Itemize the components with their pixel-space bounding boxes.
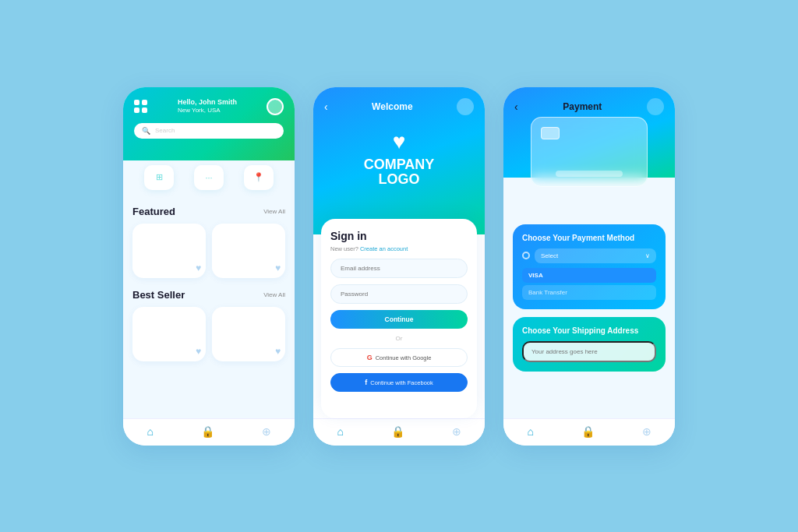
company-name-line1: COMPANY bbox=[364, 157, 435, 172]
password-input[interactable] bbox=[330, 284, 468, 304]
card-number-bar bbox=[556, 171, 623, 177]
user-info: Hello, John Smith New York, USA bbox=[178, 98, 237, 115]
nav-home-icon[interactable]: ⌂ bbox=[527, 425, 533, 438]
signin-toprow: ‹ Welcome bbox=[324, 98, 474, 115]
bestseller-card-2[interactable]: ♥ bbox=[212, 307, 285, 361]
nav-lock-icon[interactable]: 🔒 bbox=[391, 425, 404, 438]
heart-logo-icon: ♥ bbox=[324, 129, 474, 154]
heart-icon[interactable]: ♥ bbox=[196, 262, 201, 273]
chevron-down-icon: ∨ bbox=[645, 252, 650, 259]
payment-method-card: Choose Your Payment Method Select ∨ VISA… bbox=[513, 224, 666, 309]
phone-signin: ‹ Welcome ♥ COMPANY LOGO Sign in New use… bbox=[313, 87, 485, 446]
bestseller-title: Best Seller bbox=[132, 289, 185, 301]
featured-title: Featured bbox=[132, 206, 175, 217]
google-signin-button[interactable]: G Continue with Google bbox=[330, 348, 468, 367]
heart-icon[interactable]: ♥ bbox=[275, 262, 281, 273]
new-user-text: New user? Create an account bbox=[330, 245, 468, 252]
or-divider: Or bbox=[330, 335, 468, 342]
payment-toprow: ‹ Payment bbox=[514, 98, 664, 115]
featured-section-header: Featured View All bbox=[132, 206, 285, 217]
bestseller-view-all[interactable]: View All bbox=[263, 291, 285, 298]
payment-select-box[interactable]: Select ∨ bbox=[535, 248, 656, 263]
visa-option[interactable]: VISA bbox=[522, 268, 656, 283]
payment-title: Payment bbox=[518, 101, 647, 112]
user-location: New York, USA bbox=[178, 107, 237, 115]
featured-view-all[interactable]: View All bbox=[263, 208, 285, 215]
quick-icon-grid[interactable]: ⊞ bbox=[144, 165, 174, 190]
company-logo-text: COMPANY LOGO bbox=[324, 157, 474, 188]
home-bottom-nav: ⌂ 🔒 ⊕ bbox=[123, 418, 295, 446]
heart-icon[interactable]: ♥ bbox=[275, 346, 281, 357]
nav-lock-icon[interactable]: 🔒 bbox=[581, 425, 595, 438]
nav-lock-icon[interactable]: 🔒 bbox=[201, 425, 214, 438]
payment-select-row: Select ∨ bbox=[522, 248, 656, 263]
nav-home-icon[interactable]: ⌂ bbox=[337, 425, 343, 438]
home-toprow: Hello, John Smith New York, USA bbox=[134, 98, 284, 115]
phone-payment: ‹ Payment Choose Your Payment Method Sel… bbox=[503, 87, 675, 446]
payment-body: Choose Your Payment Method Select ∨ VISA… bbox=[503, 178, 675, 418]
avatar[interactable] bbox=[267, 98, 284, 115]
signin-form: Sign in New user? Create an account Cont… bbox=[321, 219, 477, 417]
bank-transfer-option[interactable]: Bank Transfer bbox=[522, 285, 656, 300]
menu-icon[interactable] bbox=[134, 100, 148, 114]
continue-button[interactable]: Continue bbox=[330, 310, 468, 329]
shipping-title: Choose Your Shipping Address bbox=[522, 326, 656, 335]
featured-card-2[interactable]: ♥ bbox=[212, 224, 285, 278]
search-icon: 🔍 bbox=[142, 127, 150, 135]
create-account-link[interactable]: Create an account bbox=[360, 245, 408, 252]
user-name: Hello, John Smith bbox=[178, 98, 237, 107]
back-arrow-icon[interactable]: ‹ bbox=[324, 100, 328, 113]
signin-heading: Sign in bbox=[330, 230, 468, 242]
credit-card bbox=[531, 117, 648, 187]
home-body: Featured View All ♥ ♥ Best Seller View A… bbox=[123, 198, 295, 418]
search-placeholder: Search bbox=[155, 127, 175, 134]
radio-button[interactable] bbox=[522, 252, 530, 259]
payment-method-title: Choose Your Payment Method bbox=[522, 234, 656, 242]
facebook-signin-button[interactable]: f Continue with Facebook bbox=[330, 373, 468, 392]
nav-home-icon[interactable]: ⌂ bbox=[147, 425, 153, 438]
facebook-icon: f bbox=[365, 379, 367, 386]
google-icon: G bbox=[367, 354, 373, 361]
address-input[interactable] bbox=[522, 341, 656, 362]
welcome-title: Welcome bbox=[372, 101, 412, 112]
featured-card-1[interactable]: ♥ bbox=[132, 224, 206, 278]
quick-icon-chat[interactable]: ··· bbox=[194, 165, 224, 190]
featured-cards: ♥ ♥ bbox=[132, 224, 285, 278]
nav-plus-icon[interactable]: ⊕ bbox=[262, 425, 271, 438]
search-bar[interactable]: 🔍 Search bbox=[134, 123, 284, 139]
signin-header: ‹ Welcome ♥ COMPANY LOGO bbox=[313, 87, 485, 235]
avatar-circle bbox=[647, 98, 664, 115]
phone-home: Hello, John Smith New York, USA 🔍 Search… bbox=[123, 87, 295, 446]
nav-plus-icon[interactable]: ⊕ bbox=[642, 425, 651, 438]
nav-plus-icon[interactable]: ⊕ bbox=[452, 425, 461, 438]
heart-icon[interactable]: ♥ bbox=[196, 346, 201, 357]
email-input[interactable] bbox=[330, 259, 468, 278]
avatar-circle bbox=[457, 98, 474, 115]
card-chip-icon bbox=[541, 127, 560, 139]
bestseller-section-header: Best Seller View All bbox=[132, 289, 285, 301]
bestseller-card-1[interactable]: ♥ bbox=[132, 307, 206, 361]
bestseller-cards: ♥ ♥ bbox=[132, 307, 285, 361]
select-placeholder: Select bbox=[541, 252, 558, 259]
home-header: Hello, John Smith New York, USA 🔍 Search bbox=[123, 87, 295, 160]
payment-bottom-nav: ⌂ 🔒 ⊕ bbox=[503, 418, 675, 446]
signin-bottom-nav: ⌂ 🔒 ⊕ bbox=[313, 418, 485, 446]
shipping-address-card: Choose Your Shipping Address bbox=[513, 317, 666, 372]
quick-icon-location[interactable]: 📍 bbox=[244, 165, 274, 190]
company-name-line2: LOGO bbox=[379, 171, 420, 187]
credit-card-display bbox=[531, 117, 648, 187]
